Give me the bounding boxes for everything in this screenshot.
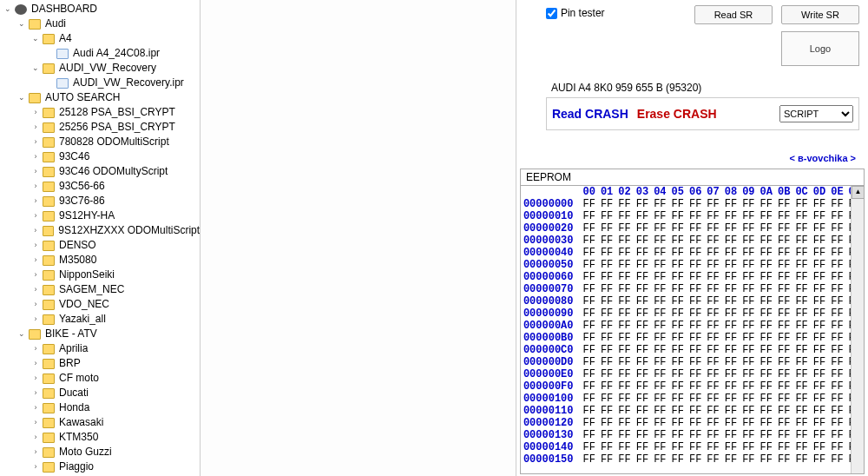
- hex-byte[interactable]: FF: [598, 247, 615, 259]
- hex-byte[interactable]: FF: [687, 247, 704, 259]
- pin-tester-input[interactable]: [546, 8, 557, 19]
- vovchika-link[interactable]: < в-vovchika >: [546, 153, 856, 163]
- expand-icon[interactable]: ›: [31, 238, 40, 253]
- hex-byte[interactable]: FF: [687, 259, 704, 271]
- tree-item[interactable]: ›SAGEM_NEC: [0, 282, 200, 297]
- hex-byte[interactable]: FF: [581, 295, 598, 307]
- hex-byte[interactable]: FF: [775, 441, 792, 453]
- tree-item[interactable]: ›VDO_NEC: [0, 297, 200, 312]
- expand-icon[interactable]: ⌄: [17, 90, 26, 105]
- hex-byte[interactable]: FF: [687, 295, 704, 307]
- hex-byte[interactable]: FF: [758, 210, 775, 222]
- tree-item[interactable]: ›Moto Guzzi: [0, 445, 200, 459]
- hex-byte[interactable]: FF: [758, 332, 775, 344]
- hex-byte[interactable]: FF: [687, 332, 704, 344]
- hex-byte[interactable]: FF: [669, 295, 687, 307]
- hex-byte[interactable]: FF: [598, 320, 615, 332]
- hex-byte[interactable]: FF: [581, 235, 598, 247]
- hex-byte[interactable]: FF: [722, 307, 740, 320]
- hex-byte[interactable]: FF: [669, 429, 687, 441]
- hex-byte[interactable]: FF: [581, 344, 598, 356]
- hex-byte[interactable]: FF: [651, 198, 668, 210]
- hex-byte[interactable]: FF: [687, 320, 704, 332]
- hex-byte[interactable]: FF: [651, 441, 668, 453]
- hex-byte[interactable]: FF: [811, 441, 828, 453]
- expand-icon[interactable]: ›: [31, 120, 40, 135]
- hex-byte[interactable]: FF: [598, 198, 615, 210]
- hex-byte[interactable]: FF: [634, 210, 651, 222]
- tree-item[interactable]: ›NipponSeiki: [0, 268, 200, 282]
- hex-byte[interactable]: FF: [722, 259, 740, 271]
- hex-byte[interactable]: FF: [758, 295, 775, 307]
- hex-byte[interactable]: FF: [828, 259, 845, 271]
- hex-byte[interactable]: FF: [634, 295, 651, 307]
- hex-byte[interactable]: FF: [651, 247, 668, 259]
- hex-byte[interactable]: FF: [634, 259, 651, 271]
- hex-byte[interactable]: FF: [704, 417, 721, 429]
- hex-byte[interactable]: FF: [651, 307, 668, 320]
- hex-byte[interactable]: FF: [775, 368, 792, 380]
- hex-byte[interactable]: FF: [722, 453, 740, 466]
- hex-byte[interactable]: FF: [687, 344, 704, 356]
- hex-byte[interactable]: FF: [704, 320, 721, 332]
- hex-byte[interactable]: FF: [792, 344, 810, 356]
- hex-byte[interactable]: FF: [828, 380, 845, 393]
- hex-byte[interactable]: FF: [758, 320, 775, 332]
- hex-byte[interactable]: FF: [828, 344, 845, 356]
- hex-byte[interactable]: FF: [704, 283, 721, 295]
- hex-byte[interactable]: FF: [651, 368, 668, 380]
- hex-byte[interactable]: FF: [651, 380, 668, 393]
- hex-byte[interactable]: FF: [811, 368, 828, 380]
- hex-byte[interactable]: FF: [598, 295, 615, 307]
- tree-item[interactable]: ›CF moto: [0, 371, 200, 386]
- hex-byte[interactable]: FF: [775, 283, 792, 295]
- hex-byte[interactable]: FF: [615, 210, 633, 222]
- hex-byte[interactable]: FF: [669, 441, 687, 453]
- scroll-up-icon[interactable]: ▲: [852, 186, 865, 199]
- hex-byte[interactable]: FF: [704, 380, 721, 393]
- hex-byte[interactable]: FF: [740, 453, 757, 466]
- hex-byte[interactable]: FF: [811, 320, 828, 332]
- hex-byte[interactable]: FF: [775, 222, 792, 235]
- hex-byte[interactable]: FF: [615, 368, 633, 380]
- hex-byte[interactable]: FF: [792, 368, 810, 380]
- hex-byte[interactable]: FF: [634, 271, 651, 283]
- hex-byte[interactable]: FF: [651, 295, 668, 307]
- hex-byte[interactable]: FF: [598, 417, 615, 429]
- hex-byte[interactable]: FF: [634, 283, 651, 295]
- hex-byte[interactable]: FF: [811, 332, 828, 344]
- hex-byte[interactable]: FF: [704, 332, 721, 344]
- expand-icon[interactable]: ›: [31, 415, 40, 430]
- hex-byte[interactable]: FF: [687, 380, 704, 393]
- hex-byte[interactable]: FF: [581, 453, 598, 466]
- hex-byte[interactable]: FF: [687, 356, 704, 368]
- hex-byte[interactable]: FF: [704, 344, 721, 356]
- hex-byte[interactable]: FF: [828, 453, 845, 466]
- hex-byte[interactable]: FF: [615, 417, 633, 429]
- hex-byte[interactable]: FF: [634, 198, 651, 210]
- hex-byte[interactable]: FF: [704, 405, 721, 417]
- hex-byte[interactable]: FF: [722, 283, 740, 295]
- hex-byte[interactable]: FF: [581, 259, 598, 271]
- hex-byte[interactable]: FF: [811, 356, 828, 368]
- tree-item[interactable]: Audi A4_24C08.ipr: [0, 46, 200, 61]
- hex-byte[interactable]: FF: [669, 332, 687, 344]
- hex-byte[interactable]: FF: [704, 247, 721, 259]
- hex-byte[interactable]: FF: [669, 210, 687, 222]
- hex-byte[interactable]: FF: [704, 393, 721, 405]
- hex-byte[interactable]: FF: [740, 441, 757, 453]
- hex-byte[interactable]: FF: [687, 368, 704, 380]
- hex-byte[interactable]: FF: [669, 368, 687, 380]
- hex-byte[interactable]: FF: [615, 295, 633, 307]
- tree-item[interactable]: ›KTM350: [0, 430, 200, 445]
- hex-byte[interactable]: FF: [615, 235, 633, 247]
- hex-byte[interactable]: FF: [828, 441, 845, 453]
- tree-item[interactable]: ›25128 PSA_BSI_CRYPT: [0, 105, 200, 120]
- hex-byte[interactable]: FF: [687, 393, 704, 405]
- hex-byte[interactable]: FF: [581, 210, 598, 222]
- hex-byte[interactable]: FF: [792, 235, 810, 247]
- hex-byte[interactable]: FF: [669, 283, 687, 295]
- hex-byte[interactable]: FF: [828, 210, 845, 222]
- hex-byte[interactable]: FF: [634, 344, 651, 356]
- hex-byte[interactable]: FF: [634, 441, 651, 453]
